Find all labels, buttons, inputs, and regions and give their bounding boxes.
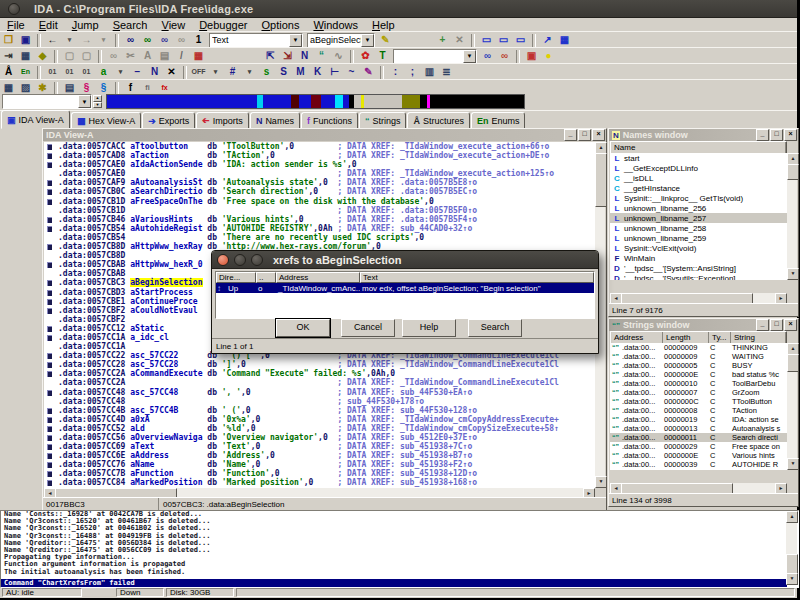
stack-k-icon[interactable]: K xyxy=(309,65,326,79)
names-list-item[interactable]: C__isDLL xyxy=(610,173,787,183)
image-icon[interactable]: ▢ xyxy=(61,49,78,63)
disasm-line[interactable]: .data:0057CB54 aAutohideRegist db 'AUTOH… xyxy=(44,224,595,233)
strings-string-column[interactable]: String xyxy=(731,332,786,343)
enum-en-icon[interactable]: En xyxy=(17,65,34,79)
goto-arrow-icon[interactable]: ↗ xyxy=(539,33,556,47)
empty-combo-combo[interactable]: ▼ xyxy=(393,49,477,64)
names-list-item[interactable]: C__getHInstance xyxy=(610,183,787,193)
printer-icon[interactable]: ▤ xyxy=(156,49,173,63)
column-type[interactable]: .. xyxy=(256,272,276,283)
minimize-icon[interactable]: _ xyxy=(756,319,769,331)
strings-length-column[interactable]: Length xyxy=(663,332,709,343)
maximize-icon[interactable] xyxy=(251,254,263,266)
tile-windows-icon[interactable]: ▭ xyxy=(478,33,495,47)
address-combo[interactable]: ▼ xyxy=(2,94,92,109)
align-icon[interactable]: ≣ xyxy=(438,65,455,79)
disasm-line[interactable]: .data:0057CC48 ; sub_44F530+178↑o xyxy=(44,397,595,406)
chevron-down-icon[interactable]: ▼ xyxy=(361,34,374,47)
strings-list[interactable]: “”.data:00...00000009CTHINKING“”.data:00… xyxy=(610,343,787,470)
array-01-icon[interactable]: 01 xyxy=(78,65,95,79)
strings-type-column[interactable]: Ty... xyxy=(709,332,731,343)
highlight-pen-icon[interactable]: ✎ xyxy=(377,33,394,47)
strings-address-column[interactable]: Address xyxy=(611,332,663,343)
disasm-line[interactable]: .data:0057CB46 aVariousHints db 'Various… xyxy=(44,215,595,224)
disasm-line[interactable]: .data:0057CB0C aSearchDirectio db 'Searc… xyxy=(44,187,595,196)
link-icon[interactable]: ∞ xyxy=(105,49,122,63)
names-list-item[interactable]: LSysinit::__linkproc__ GetTls(void) xyxy=(610,193,787,203)
diamond-icon[interactable]: ◆ xyxy=(34,49,51,63)
tab-structures[interactable]: ÅStructures xyxy=(407,112,470,129)
ida-view-titlebar[interactable]: IDA View-A _□× xyxy=(43,129,606,141)
strings-list-item[interactable]: “”.data:00...00000019CIDA: action se xyxy=(610,415,787,424)
names-list-item[interactable]: Lunknown_libname_258 xyxy=(610,223,787,233)
names-list-item[interactable]: Lstart xyxy=(610,153,787,163)
menu-search[interactable]: Search xyxy=(106,19,155,31)
text-t-icon[interactable]: T xyxy=(374,49,391,63)
hash-dropdown-icon[interactable]: ▾ xyxy=(241,65,258,79)
bookmark-icon[interactable]: ▣ xyxy=(523,49,540,63)
offset-off-icon[interactable]: OFF xyxy=(190,65,207,79)
xrefs-dialog-titlebar[interactable]: xrefs to aBeginSelection xyxy=(212,251,598,269)
menu-debugger[interactable]: Debugger xyxy=(192,19,254,31)
palette-icon[interactable]: ▦ xyxy=(190,49,207,63)
column-address[interactable]: Address xyxy=(276,272,360,283)
string-quote-icon[interactable]: “ xyxy=(313,49,330,63)
strings-titlebar[interactable]: “” Strings window _□× xyxy=(609,319,798,331)
names-vscrollbar[interactable]: ▲ ▼ xyxy=(787,153,797,280)
exit-icon[interactable]: ⇥ xyxy=(0,49,17,63)
close-x-icon[interactable]: ✕ xyxy=(451,33,468,47)
names-hscrollbar[interactable]: ◄ ► xyxy=(610,293,787,303)
tab-functions[interactable]: fFunctions xyxy=(301,112,358,129)
xref-row[interactable]: ↕ Up o _TIdaWindow_cmAnc... mov edx, off… xyxy=(216,283,594,293)
search-disabled-binoculars-icon[interactable]: ∞ xyxy=(173,33,190,47)
undefine-x-icon[interactable]: ✕ xyxy=(163,65,180,79)
search-text-binoculars-icon[interactable]: ∞ xyxy=(156,33,173,47)
close-icon[interactable]: × xyxy=(784,319,797,331)
strings-list-item[interactable]: “”.data:00...00000011CSearch directi xyxy=(610,433,787,442)
minimize-icon[interactable] xyxy=(234,254,246,266)
tab-icon[interactable]: ⊢ xyxy=(326,65,343,79)
tab-imports[interactable]: ➔Imports xyxy=(196,112,249,129)
disasm-line[interactable]: .data:0057CAE0 aIdaActionSende db 'IDA: … xyxy=(44,160,595,169)
strings-vscrollbar[interactable]: ▲ ▼ xyxy=(787,343,797,470)
back-icon[interactable]: ← xyxy=(44,33,61,47)
char-a-icon[interactable]: a xyxy=(95,65,112,79)
search-button[interactable]: Search xyxy=(468,319,522,337)
menu-help[interactable]: Help xyxy=(365,19,402,31)
menu-jump[interactable]: Jump xyxy=(65,19,106,31)
image2-icon[interactable]: ▢ xyxy=(78,49,95,63)
disasm-line[interactable]: .data:0057CC52 aLd db '%ld',0 ; DATA XRE… xyxy=(44,424,595,433)
xref-from-icon[interactable]: ⇱ xyxy=(262,49,279,63)
tab-names[interactable]: NNames xyxy=(250,112,300,129)
xrefs-column-header[interactable]: Dire... .. Address Text xyxy=(216,272,594,283)
menu-file[interactable]: File xyxy=(0,19,32,31)
maximize-icon[interactable]: □ xyxy=(770,129,783,141)
tab-hex-view-a[interactable]: ▦Hex View-A xyxy=(71,112,141,129)
data-01-icon[interactable]: 01 xyxy=(61,65,78,79)
strings-list-item[interactable]: “”.data:00...00000029CFree space on xyxy=(610,442,787,451)
struct-s-icon[interactable]: S xyxy=(275,65,292,79)
menu-edit[interactable]: Edit xyxy=(32,19,65,31)
menu-windows[interactable]: Windows xyxy=(306,19,365,31)
names-list-item[interactable]: L__GetExceptDLLinfo xyxy=(610,163,787,173)
wrench-icon[interactable]: / xyxy=(173,49,190,63)
strings-list-item[interactable]: “”.data:00...00000005CBUSY xyxy=(610,361,787,370)
find-edit-binoculars-icon[interactable]: ∞ xyxy=(479,49,496,63)
calculator-icon[interactable]: ▦ xyxy=(17,49,34,63)
char-s-icon[interactable]: s xyxy=(258,65,275,79)
forward-icon[interactable]: → xyxy=(78,33,95,47)
search-type-combo[interactable]: Text▼ xyxy=(209,33,303,48)
names-list-item[interactable]: D'__tpdsc__'[Sysutils::Exception] xyxy=(610,273,787,280)
cascade-windows-icon[interactable]: ▭ xyxy=(495,33,512,47)
plus-icon[interactable]: + xyxy=(434,33,451,47)
angstrom-icon[interactable]: Å xyxy=(0,65,17,79)
chevron-down-icon[interactable]: ▼ xyxy=(463,50,476,63)
cancel-button[interactable]: Cancel xyxy=(341,319,395,337)
window-control-icon[interactable] xyxy=(8,3,20,15)
number-hash-icon[interactable]: # xyxy=(224,65,241,79)
disasm-line[interactable]: .data:0057CC2A ; DATA XREF: _TIdaWindow_… xyxy=(44,378,595,387)
scroll-up-icon[interactable]: ▲ xyxy=(786,511,798,523)
menu-view[interactable]: View xyxy=(155,19,193,31)
strings-list-item[interactable]: “”.data:00...0000000ECVarious hints xyxy=(610,451,787,460)
names-list-item[interactable]: FWinMain xyxy=(610,253,787,263)
